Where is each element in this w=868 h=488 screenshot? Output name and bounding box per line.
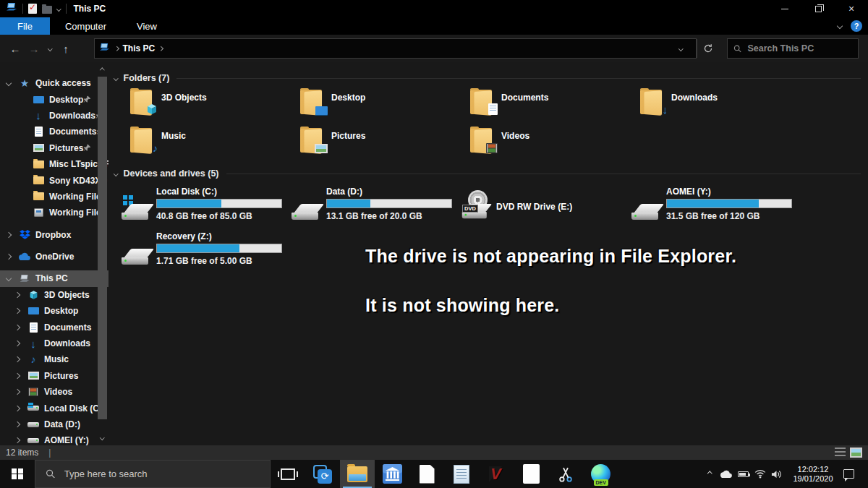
chevron-right-icon[interactable] — [13, 374, 22, 378]
drive-tile-data-d[interactable]: Data (D:) 13.1 GB free of 20.0 GB — [289, 185, 459, 227]
sidebar-item-downloads-tree[interactable]: ↓ Downloads — [0, 335, 109, 351]
chevron-right-icon[interactable] — [13, 293, 22, 297]
sidebar-item-documents-tree[interactable]: Documents — [0, 319, 109, 335]
battery-icon[interactable] — [735, 471, 752, 477]
chevron-right-icon[interactable] — [13, 325, 22, 330]
sidebar-item-downloads[interactable]: ↓ Downloads — [0, 108, 109, 124]
sidebar-item-desktop[interactable]: Desktop — [0, 91, 109, 107]
tray-chevron-up-icon[interactable] — [702, 472, 718, 476]
taskbar-search[interactable] — [35, 460, 271, 488]
sidebar-item-dropbox[interactable]: Dropbox — [0, 227, 109, 243]
taskbar-search-input[interactable] — [64, 468, 260, 479]
folder-tile-downloads[interactable]: ↓ Downloads — [629, 88, 799, 127]
search-input[interactable] — [747, 43, 852, 53]
sidebar-item-data-d[interactable]: Data (D:) — [0, 416, 109, 432]
properties-icon[interactable] — [28, 4, 37, 14]
collapse-ribbon-icon[interactable] — [837, 23, 843, 29]
folders-section-header[interactable]: Folders (7) — [114, 72, 861, 84]
chevron-right-icon[interactable] — [13, 341, 22, 346]
folder-tile-desktop[interactable]: Desktop — [289, 88, 459, 127]
back-button[interactable]: ← — [6, 43, 25, 55]
sidebar-item-3d-objects[interactable]: 3D Objects — [0, 287, 109, 303]
chevron-right-icon[interactable] — [13, 309, 22, 313]
sidebar-item-documents[interactable]: Documents — [0, 124, 109, 140]
tab-view[interactable]: View — [122, 17, 172, 35]
sidebar-item-sony-kd43xd[interactable]: Sony KD43XD — [0, 172, 109, 188]
sidebar-item-desktop-tree[interactable]: Desktop — [0, 303, 109, 319]
refresh-button[interactable] — [697, 39, 718, 58]
maximize-button[interactable] — [801, 0, 835, 17]
chevron-right-icon[interactable] — [13, 438, 22, 442]
sidebar-item-onedrive[interactable]: OneDrive — [0, 249, 109, 265]
sidebar-item-pictures-tree[interactable]: Pictures — [0, 368, 109, 384]
notepad-app-button[interactable] — [444, 460, 479, 488]
scroll-up-icon[interactable] — [101, 65, 104, 75]
sidebar-item-working-files-2[interactable]: Working Files — [0, 205, 109, 221]
forward-button[interactable]: → — [25, 43, 43, 55]
scrollbar-thumb[interactable] — [98, 77, 107, 419]
folder-tile-pictures[interactable]: Pictures — [289, 127, 459, 165]
breadcrumb-chevron-icon[interactable] — [114, 46, 119, 51]
new-folder-icon[interactable] — [42, 6, 52, 14]
minimize-button[interactable] — [768, 0, 801, 17]
folder-tile-videos[interactable]: Videos — [459, 127, 629, 165]
start-button[interactable] — [0, 460, 35, 488]
large-icons-view-icon[interactable] — [850, 448, 862, 458]
folder-tile-music[interactable]: ♪ Music — [119, 127, 289, 165]
breadcrumb-chevron-icon[interactable] — [158, 46, 163, 51]
edge-dev-button[interactable]: DEV — [583, 460, 618, 488]
drive-tile-local-disk-c[interactable]: Local Disk (C:) 40.8 GB free of 85.0 GB — [119, 185, 289, 227]
sidebar-item-music[interactable]: ♪ Music — [0, 351, 109, 367]
chevron-down-icon[interactable] — [4, 276, 13, 281]
devices-section-header[interactable]: Devices and drives (5) — [114, 168, 861, 179]
sidebar-item-working-files[interactable]: Working Files — [0, 189, 109, 205]
sidebar-item-pictures[interactable]: Pictures — [0, 140, 109, 156]
address-bar[interactable]: This PC — [94, 38, 697, 59]
sidebar-item-videos[interactable]: Videos — [0, 384, 109, 400]
document-app-button[interactable] — [409, 460, 444, 488]
breadcrumb[interactable]: This PC — [123, 43, 156, 53]
sidebar-item-misc-ltspice[interactable]: Misc LTspice F — [0, 156, 109, 172]
chevron-down-icon[interactable] — [4, 81, 13, 85]
sidebar-item-aomei-y[interactable]: AOMEI (Y:) — [0, 432, 109, 445]
sidebar-item-quick-access[interactable]: ★ Quick access — [0, 75, 109, 91]
bank-app-button[interactable] — [375, 460, 409, 488]
details-view-icon[interactable] — [835, 448, 846, 457]
chevron-right-icon[interactable] — [13, 390, 22, 394]
sidebar-item-local-disk-c[interactable]: Local Disk (C: — [0, 400, 109, 416]
task-view-button[interactable] — [271, 460, 305, 488]
file-explorer-button[interactable] — [340, 460, 375, 488]
recent-locations-chevron-icon[interactable] — [43, 47, 56, 51]
drive-tile-aomei-y[interactable]: AOMEI (Y:) 31.5 GB free of 120 GB — [629, 185, 799, 227]
drive-tile-dvd-e[interactable]: DVD DVD RW Drive (E:) — [459, 185, 629, 227]
sidebar-scrollbar[interactable] — [97, 65, 108, 442]
scroll-down-icon[interactable] — [101, 432, 104, 442]
tab-file[interactable]: File — [0, 17, 50, 35]
close-button[interactable]: × — [835, 0, 868, 17]
help-icon[interactable]: ? — [851, 20, 862, 32]
action-center-button[interactable] — [841, 469, 858, 479]
customize-toolbar-chevron-icon[interactable] — [56, 7, 61, 11]
snipping-tool-button[interactable] — [548, 460, 583, 488]
wifi-icon[interactable] — [752, 469, 768, 479]
drive-tile-recovery-z[interactable]: Recovery (Z:) 1.71 GB free of 5.00 GB — [119, 230, 289, 272]
calculator-button[interactable] — [514, 460, 548, 488]
sidebar-item-this-pc[interactable]: This PC — [0, 270, 109, 286]
address-dropdown-chevron-icon[interactable] — [670, 47, 692, 51]
collapse-section-icon[interactable] — [114, 171, 118, 176]
taskbar-clock[interactable]: 12:02:12 19/01/2020 — [788, 465, 838, 484]
up-button[interactable]: ↑ — [56, 43, 75, 55]
chevron-right-icon[interactable] — [4, 254, 13, 259]
chevron-right-icon[interactable] — [4, 233, 13, 237]
search-box[interactable] — [727, 38, 859, 59]
folder-tile-3d-objects[interactable]: 3D Objects — [119, 88, 289, 127]
chevron-right-icon[interactable] — [13, 422, 22, 427]
speaker-icon[interactable] — [768, 470, 785, 479]
tab-computer[interactable]: Computer — [50, 17, 122, 35]
onedrive-tray-icon[interactable] — [718, 470, 735, 479]
collapse-section-icon[interactable] — [114, 76, 118, 80]
chevron-right-icon[interactable] — [13, 406, 22, 411]
v-app-button[interactable]: V — [479, 460, 514, 488]
chevron-right-icon[interactable] — [13, 357, 22, 361]
backup-app-button[interactable]: ⟳ — [305, 460, 340, 488]
